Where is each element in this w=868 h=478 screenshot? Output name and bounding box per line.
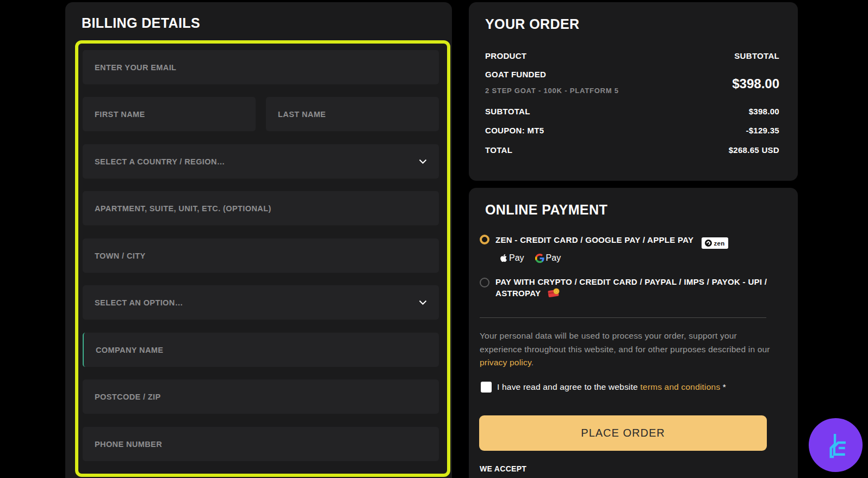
subtotal-column-header: SUBTOTAL	[734, 51, 779, 60]
order-header-row: PRODUCT SUBTOTAL	[485, 51, 779, 60]
wallet-logos: Pay Pay	[500, 253, 561, 263]
screen-capture-watermark-logo	[809, 418, 863, 472]
coupon-label: COUPON: MT5	[485, 126, 544, 135]
payment-option-crypto[interactable]: PAY WITH CRYPTO / CREDIT CARD / PAYPAL /…	[480, 277, 767, 299]
billing-details-card: BILLING DETAILS SELECT A COUNTRY / REGIO…	[65, 2, 452, 478]
subtotal-label: SUBTOTAL	[485, 107, 530, 116]
company-name-input[interactable]	[96, 346, 427, 354]
order-item-price: $398.00	[732, 76, 779, 91]
email-field[interactable]	[83, 50, 439, 84]
terms-required-asterisk: *	[720, 382, 726, 391]
order-item-variant: 2 STEP GOAT - 100K - PLATFORM 5	[485, 87, 619, 95]
town-city-field[interactable]	[83, 238, 439, 273]
order-summary-title: YOUR ORDER	[485, 16, 579, 32]
billing-details-title: BILLING DETAILS	[82, 15, 200, 31]
last-name-field[interactable]	[266, 97, 439, 131]
total-row: TOTAL $268.65 USD	[485, 145, 779, 155]
country-select[interactable]: SELECT A COUNTRY / REGION…	[83, 144, 439, 179]
order-item-name: GOAT FUNDED	[485, 70, 546, 79]
chevron-down-icon	[419, 159, 427, 164]
crypto-option-label-line2: ASTROPAY	[495, 289, 541, 298]
zen-badge: zen	[702, 237, 728, 249]
google-pay-label: Pay	[546, 253, 561, 263]
privacy-notice: Your personal data will be used to proce…	[480, 329, 771, 370]
zen-logo-icon	[705, 240, 712, 247]
total-label: TOTAL	[485, 145, 512, 155]
order-summary-card: YOUR ORDER PRODUCT SUBTOTAL GOAT FUNDED …	[469, 2, 798, 181]
product-column-header: PRODUCT	[485, 51, 526, 60]
subtotal-row: SUBTOTAL $398.00	[485, 107, 779, 116]
company-name-field[interactable]	[83, 333, 439, 367]
apartment-input[interactable]	[95, 204, 427, 213]
country-select-value: SELECT A COUNTRY / REGION…	[95, 157, 225, 166]
terms-and-conditions-link[interactable]: terms and conditions	[640, 382, 720, 391]
online-payment-card: ONLINE PAYMENT ZEN - CREDIT CARD / GOOGL…	[469, 188, 798, 478]
terms-checkbox[interactable]	[481, 382, 492, 393]
google-pay-logo: Pay	[535, 253, 561, 263]
privacy-text: Your personal data will be used to proce…	[480, 331, 770, 354]
town-city-input[interactable]	[95, 252, 427, 260]
payment-option-zen[interactable]: ZEN - CREDIT CARD / GOOGLE PAY / APPLE P…	[480, 235, 728, 249]
apple-pay-label: Pay	[509, 253, 524, 263]
last-name-input[interactable]	[278, 110, 427, 119]
total-value: $268.65 USD	[729, 145, 779, 155]
radio-selected-icon[interactable]	[480, 235, 489, 244]
privacy-policy-link[interactable]: privacy policy	[480, 358, 531, 367]
radio-unselected-icon[interactable]	[480, 278, 489, 287]
subtotal-value: $398.00	[749, 107, 779, 116]
phone-input[interactable]	[95, 440, 427, 449]
postcode-field[interactable]	[83, 379, 439, 414]
coupon-value: -$129.35	[746, 126, 779, 135]
state-select[interactable]: SELECT AN OPTION…	[83, 285, 439, 320]
online-payment-title: ONLINE PAYMENT	[485, 202, 607, 218]
postcode-input[interactable]	[95, 393, 427, 401]
phone-field[interactable]	[83, 427, 439, 461]
we-accept-label: WE ACCEPT	[480, 464, 526, 473]
first-name-input[interactable]	[95, 110, 244, 119]
apple-icon	[500, 254, 507, 262]
crypto-option-label-line1: PAY WITH CRYPTO / CREDIT CARD / PAYPAL /…	[495, 277, 767, 286]
watermark-monogram-icon	[819, 428, 853, 462]
terms-text-prefix: I have read and agree to the website	[497, 382, 640, 391]
state-select-value: SELECT AN OPTION…	[95, 298, 183, 307]
apartment-field[interactable]	[83, 191, 439, 225]
place-order-button[interactable]: PLACE ORDER	[479, 415, 767, 451]
payment-divider	[480, 317, 766, 318]
chevron-down-icon	[419, 300, 427, 305]
first-name-field[interactable]	[83, 97, 256, 131]
google-g-icon	[535, 254, 544, 263]
zen-option-label: ZEN - CREDIT CARD / GOOGLE PAY / APPLE P…	[495, 235, 693, 244]
apple-pay-logo: Pay	[500, 253, 524, 263]
terms-agreement-row: I have read and agree to the website ter…	[481, 382, 726, 393]
checkout-page: BILLING DETAILS SELECT A COUNTRY / REGIO…	[0, 0, 868, 478]
coupon-row: COUPON: MT5 -$129.35	[485, 126, 779, 135]
email-input[interactable]	[95, 63, 427, 72]
astropay-card-icon	[547, 287, 561, 298]
